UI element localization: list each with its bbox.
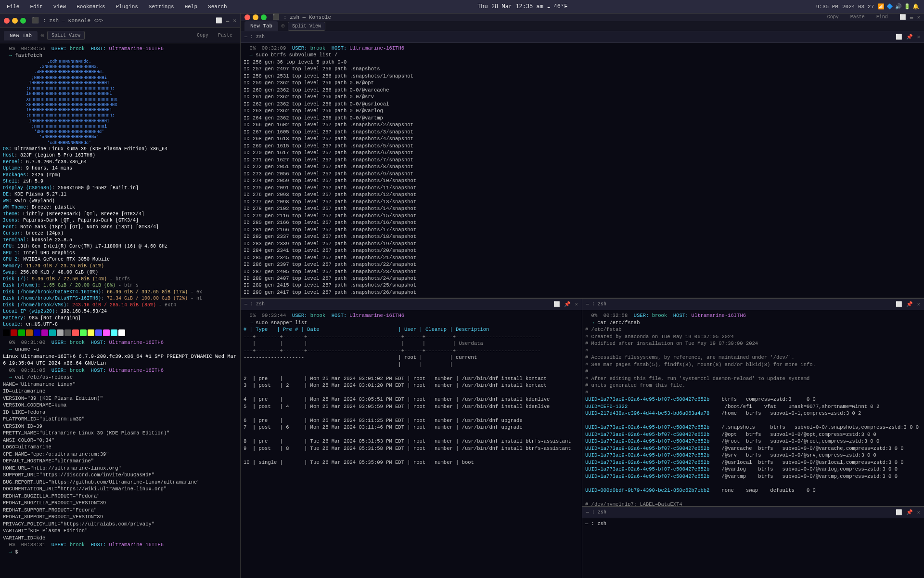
konsole2-content: 0% 00:30:56 USER: brook HOST: Ultramarin…: [0, 43, 240, 578]
empty-zsh-prompt: — : zsh: [585, 520, 921, 527]
swatch-6: [49, 329, 56, 336]
snapper-output: 0% 00:33:44 USER: brook HOST: Ultramarin…: [244, 312, 579, 466]
paste-btn-main[interactable]: Paste: [847, 13, 869, 21]
bottom-left-content: 0% 00:33:44 USER: brook HOST: Ultramarin…: [241, 310, 582, 578]
bluetooth-icon[interactable]: 🔷: [886, 3, 893, 10]
menu-settings[interactable]: Settings: [147, 3, 176, 11]
bottom-split-inner: — : zsh ⬜ 📌 ✕ 0% 00:33:44 USER: brook HO…: [241, 299, 924, 578]
expand-icon[interactable]: ⬜: [216, 17, 222, 24]
bottom-left-expand-icon[interactable]: ⬜: [553, 301, 560, 307]
top-pane: — : zsh ⬜ 📌 ✕ 0% 00:32:09 USER: brook HO…: [241, 31, 924, 299]
swatch-9: [72, 329, 79, 336]
system-bar: File Edit View Bookmarks Plugins Setting…: [0, 0, 924, 13]
split-view-btn-main[interactable]: Split View: [288, 22, 325, 31]
minimize-button-right[interactable]: [253, 14, 258, 20]
top-pane-content: 0% 00:32:09 USER: brook HOST: Ultramarin…: [241, 43, 924, 298]
bottom-left-pane: — : zsh ⬜ 📌 ✕ 0% 00:33:44 USER: brook HO…: [241, 299, 582, 578]
window-controls-left: [4, 18, 26, 24]
swatch-15: [118, 329, 125, 336]
tab-actions-left: Copy Paste: [193, 32, 236, 39]
terminal-right-konsole: ⬛ : zsh — Konsole Copy Paste Find ⬜ ▬ ✕ …: [241, 13, 924, 578]
sys-icons-area: 📶 🔷 🔊 🔋 🔔: [878, 3, 919, 10]
swatch-8: [64, 329, 71, 336]
swatch-0: [3, 329, 10, 336]
tabbar-konsole2: New Tab ⊕ Split View Copy Paste: [0, 28, 240, 43]
fstab-expand-icon[interactable]: ⬜: [896, 301, 902, 307]
bottom-left-title: — : zsh: [244, 302, 265, 307]
menu-edit[interactable]: Edit: [28, 3, 44, 11]
maximize-button[interactable]: [20, 18, 26, 24]
final-prompt-left: 0% 00:33:31 USER: brook HOST: Ultramarin…: [3, 541, 237, 555]
volume-icon[interactable]: 🔊: [895, 3, 902, 10]
menu-view[interactable]: View: [51, 3, 68, 11]
battery-icon[interactable]: 🔋: [904, 3, 911, 10]
menu-file[interactable]: File: [5, 3, 21, 11]
system-bar-right: 9:35 PM 2024-03-27 📶 🔷 🔊 🔋 🔔: [816, 3, 919, 10]
desktop: ⬛ : zsh — Konsole <2> ⬜ ▬ ✕ New Tab ⊕ Sp…: [0, 13, 924, 578]
bottom-right-pane: — : zsh ⬜ 📌 ✕ 0% 00:32:58 USER: brook HO…: [582, 299, 924, 578]
empty-zsh-content: — : zsh: [582, 518, 924, 578]
fstab-pin-icon[interactable]: 📌: [906, 301, 913, 307]
tab-separator-main: ⊕: [281, 22, 285, 30]
notifications-icon[interactable]: 🔔: [912, 3, 919, 10]
minimize-button[interactable]: [12, 18, 18, 24]
swatch-14: [111, 329, 117, 336]
copy-btn-main[interactable]: Copy: [823, 13, 843, 21]
menu-plugins[interactable]: Plugins: [114, 3, 140, 11]
close-button[interactable]: [4, 18, 10, 24]
sys-time: 9:35 PM: [816, 4, 838, 10]
empty-zsh-subpane: — : zsh ⬜ 📌 ✕ — : zsh: [582, 507, 924, 578]
terminal-icon: ⬛: [32, 17, 39, 24]
top-pane-pin-icon[interactable]: 📌: [906, 34, 913, 40]
titlebar-konsole-main: ⬛ : zsh — Konsole Copy Paste Find ⬜ ▬ ✕: [241, 13, 924, 21]
top-pane-titlebar: — : zsh ⬜ 📌 ✕: [241, 31, 924, 43]
system-bar-left: File Edit View Bookmarks Plugins Setting…: [5, 3, 229, 11]
bottom-split: — : zsh ⬜ 📌 ✕ 0% 00:33:44 USER: brook HO…: [241, 299, 924, 578]
empty-zsh-close-icon[interactable]: ✕: [917, 509, 920, 515]
menu-help[interactable]: Help: [183, 3, 199, 11]
uname-block: 0% 00:31:00 USER: brook HOST: Ultramarin…: [3, 339, 237, 367]
fastfetch-prompt: 0% 00:30:56 USER: brook HOST: Ultramarin…: [3, 45, 237, 59]
bottom-left-titlebar: — : zsh ⬜ 📌 ✕: [241, 299, 582, 310]
tab-new-tab-main[interactable]: New Tab: [244, 21, 278, 31]
menu-search[interactable]: Search: [206, 3, 229, 11]
copy-btn-left[interactable]: Copy: [193, 32, 212, 39]
empty-zsh-expand-icon[interactable]: ⬜: [896, 509, 902, 515]
top-pane-expand-icon[interactable]: ⬜: [896, 34, 902, 40]
menu-bookmarks[interactable]: Bookmarks: [75, 3, 107, 11]
top-pane-close-icon[interactable]: ✕: [917, 34, 920, 40]
tabbar-konsole-main: New Tab ⊕ Split View: [241, 21, 924, 31]
close-button-right[interactable]: [244, 14, 250, 20]
fstab-titlebar: — : zsh ⬜ 📌 ✕: [582, 299, 924, 310]
empty-zsh-pin-icon[interactable]: 📌: [906, 509, 913, 515]
maximize-button-right[interactable]: [261, 14, 267, 20]
fstab-close-icon[interactable]: ✕: [917, 301, 920, 307]
paste-btn-left[interactable]: Paste: [214, 32, 236, 39]
btrfs-output: 0% 00:32:09 USER: brook HOST: Ultramarin…: [244, 45, 921, 296]
swatch-1: [11, 329, 17, 336]
top-pane-title: — : zsh: [244, 34, 265, 39]
fstab-pane-title: — : zsh: [586, 302, 606, 307]
shrink-icon-right[interactable]: ▬: [910, 14, 913, 20]
tab-new-tab-left[interactable]: New Tab: [4, 31, 38, 40]
fastfetch-logo: .cdhHHHNNNHNNHdc. .xNHHHHHHHHHHHHHHHHHNx…: [3, 59, 237, 146]
empty-zsh-titlebar: — : zsh ⬜ 📌 ✕: [582, 507, 924, 518]
close-icon[interactable]: ✕: [233, 17, 236, 24]
titlebar-konsole2: ⬛ : zsh — Konsole <2> ⬜ ▬ ✕: [0, 13, 240, 28]
split-view-btn-left[interactable]: Split View: [47, 31, 85, 40]
konsole-main-title: : zsh — Konsole: [283, 14, 331, 20]
close-icon-right[interactable]: ✕: [917, 14, 920, 20]
find-btn-main[interactable]: Find: [873, 13, 892, 21]
sys-date: 2024-03-27: [842, 4, 874, 10]
bottom-left-close-icon[interactable]: ✕: [575, 301, 578, 307]
terminal-left-konsole2: ⬛ : zsh — Konsole <2> ⬜ ▬ ✕ New Tab ⊕ Sp…: [0, 13, 241, 578]
expand-icon-right[interactable]: ⬜: [899, 14, 906, 20]
shrink-icon[interactable]: ▬: [226, 18, 230, 24]
swatch-10: [80, 329, 87, 336]
swatch-13: [103, 329, 110, 336]
color-swatches: [3, 329, 237, 336]
network-icon[interactable]: 📶: [878, 3, 885, 10]
fstab-content: 0% 00:32:58 USER: brook HOST: Ultramarin…: [582, 310, 924, 505]
bottom-left-pin-icon[interactable]: 📌: [564, 301, 571, 307]
fstab-subpane: — : zsh ⬜ 📌 ✕ 0% 00:32:58 USER: brook HO…: [582, 299, 924, 506]
